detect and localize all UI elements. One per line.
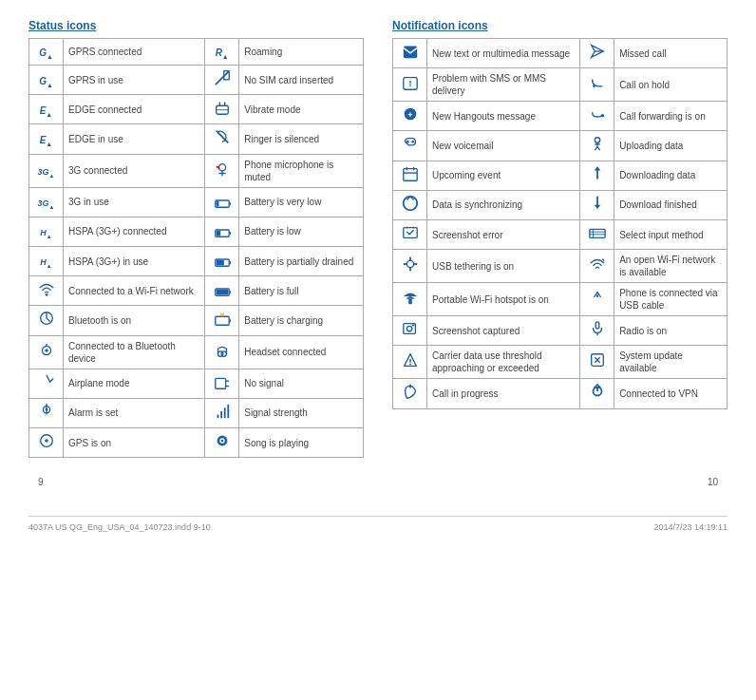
notif-label-left-4: Upcoming event: [427, 161, 580, 190]
notif-label-left-3: New voicemail: [427, 131, 580, 161]
status-icon-right-3: [205, 124, 239, 154]
page-footer: 9 10: [28, 477, 728, 487]
status-label-right-9: Battery is charging: [239, 306, 364, 335]
status-label-right-7: Battery is partially drained: [239, 247, 364, 276]
svg-rect-12: [216, 201, 218, 206]
notif-label-left-7: USB tethering is on: [427, 250, 580, 283]
notif-label-left-10: Carrier data use threshold approaching o…: [427, 346, 580, 379]
status-icon-left-2: E▲: [29, 95, 64, 124]
notif-label-left-5: Data is synchronizing: [427, 190, 580, 219]
status-label-left-6: HSPA (3G+) connected: [64, 217, 205, 246]
notif-icon-right-7: [580, 250, 614, 283]
notif-icon-left-3: [393, 131, 427, 161]
status-icons-title: Status icons: [28, 19, 364, 32]
status-icon-left-9: [29, 306, 64, 335]
notif-icon-right-0: [580, 39, 614, 68]
status-icon-left-6: H▲: [29, 217, 64, 246]
status-icon-left-5: 3G▲: [29, 187, 64, 217]
status-label-right-4: Phone microphone is muted: [239, 154, 364, 187]
svg-point-72: [406, 260, 413, 267]
notification-icons-column: Notification icons New text or multimedi…: [392, 19, 728, 458]
status-label-right-3: Ringer is silenced: [239, 124, 364, 154]
notif-label-right-0: Missed call: [614, 39, 728, 68]
notif-label-right-5: Download finished: [614, 190, 728, 219]
svg-point-43: [45, 439, 48, 443]
status-label-left-13: GPS is on: [64, 427, 205, 457]
status-label-right-12: Signal strength: [239, 398, 364, 427]
notif-label-right-7: An open Wi-Fi network is available: [614, 250, 728, 283]
status-icon-right-9: [205, 306, 239, 335]
status-label-right-8: Battery is full: [239, 276, 364, 306]
svg-text:!: !: [408, 79, 411, 88]
svg-point-57: [595, 138, 599, 142]
notification-icons-title: Notification icons: [392, 19, 728, 32]
status-label-left-10: Connected to a Bluetooth device: [64, 335, 205, 369]
status-label-left-4: 3G connected: [64, 154, 205, 187]
page-number-left: 9: [38, 477, 44, 487]
document-date: 2014/7/23 14:19:11: [653, 522, 728, 532]
notif-icon-left-6: [393, 219, 427, 249]
status-label-right-10: Headset connected: [239, 335, 364, 369]
status-label-left-9: Bluetooth is on: [64, 306, 205, 335]
status-label-left-1: GPRS in use: [64, 66, 205, 95]
status-icon-right-13: [205, 427, 239, 457]
status-label-left-7: HSPA (3G+) in use: [64, 247, 205, 276]
status-icon-right-1: [205, 66, 239, 95]
svg-point-20: [45, 293, 47, 296]
main-page: Status icons G▲ GPRS connected R▲ Roamin…: [28, 19, 728, 458]
notif-label-left-8: Portable Wi-Fi hotspot is on: [427, 283, 580, 316]
status-label-left-12: Alarm is set: [64, 398, 205, 427]
status-icon-left-8: [29, 276, 64, 306]
status-label-left-3: EDGE in use: [64, 124, 205, 154]
status-label-right-6: Battery is low: [239, 217, 364, 246]
status-label-left-0: GPRS connected: [64, 39, 205, 66]
notif-label-right-6: Select input method: [614, 219, 728, 249]
notif-icon-left-1: !: [393, 68, 427, 102]
svg-point-51: [593, 85, 595, 87]
status-icon-left-7: H▲: [29, 247, 64, 276]
status-label-left-2: EDGE connected: [64, 95, 205, 124]
status-icon-left-4: 3G▲: [29, 154, 64, 187]
svg-rect-83: [411, 325, 414, 327]
svg-rect-84: [595, 322, 599, 329]
notif-label-left-0: New text or multimedia message: [427, 39, 580, 68]
status-icon-right-2: [205, 95, 239, 124]
notif-icon-right-2: [580, 102, 614, 131]
status-label-right-11: No signal: [239, 369, 364, 398]
notif-label-left-11: Call in progress: [427, 379, 580, 408]
notif-icon-right-1: [580, 68, 614, 102]
status-label-right-0: Roaming: [239, 39, 364, 66]
notif-icon-left-7: [393, 250, 427, 283]
status-icon-right-6: [205, 217, 239, 246]
page-bottom-bar: 4037A US QG_Eng_USA_04_140723.indd 9-10 …: [28, 516, 728, 532]
svg-rect-32: [216, 378, 226, 388]
notif-icon-left-8: [393, 283, 427, 316]
status-icon-left-11: [29, 369, 64, 398]
svg-line-0: [216, 71, 229, 85]
status-icon-left-1: G▲: [29, 66, 64, 95]
notif-icon-right-9: [580, 316, 614, 346]
notif-icon-left-9: [393, 316, 427, 346]
notif-icon-left-5: [393, 190, 427, 219]
notif-label-left-2: New Hangouts message: [427, 102, 580, 131]
svg-point-54: [600, 114, 604, 118]
notif-icon-left-0: [393, 39, 427, 68]
page-number-right: 10: [708, 477, 718, 487]
notification-icons-table: New text or multimedia message Missed ca…: [392, 38, 728, 409]
status-icon-right-8: [205, 276, 239, 306]
svg-rect-78: [408, 299, 412, 304]
notif-icon-right-3: [580, 131, 614, 161]
status-label-right-1: No SIM card inserted: [239, 66, 364, 95]
status-icon-right-5: [205, 187, 239, 217]
svg-rect-16: [230, 232, 231, 236]
status-icon-left-13: [29, 427, 64, 457]
svg-rect-47: [403, 47, 416, 59]
status-label-right-13: Song is playing: [239, 427, 364, 457]
status-icon-left-12: [29, 398, 64, 427]
notif-icon-left-10: [393, 346, 427, 379]
svg-rect-59: [403, 168, 416, 180]
notif-label-right-1: Call on hold: [614, 68, 728, 102]
status-icon-right-4: [205, 154, 239, 187]
svg-rect-18: [216, 260, 223, 265]
svg-point-87: [409, 364, 411, 366]
